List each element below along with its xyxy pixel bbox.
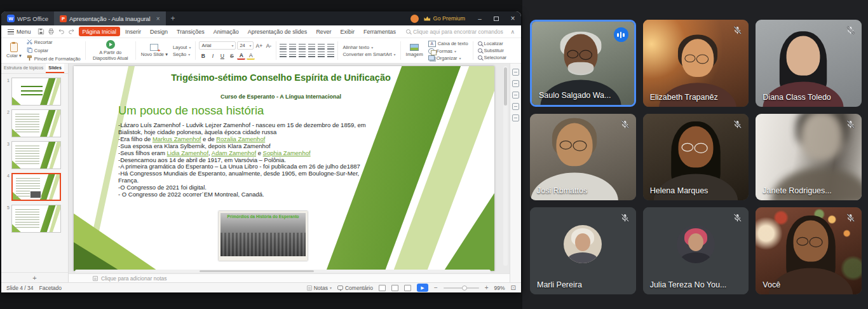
ribbon-tab-apresentação-de-slides[interactable]: Apresentação de slides: [244, 27, 311, 36]
ribbon-tab-página-inicial[interactable]: Página Inicial: [79, 27, 121, 36]
highlight-button[interactable]: A: [247, 52, 255, 60]
distribute-icon[interactable]: [327, 52, 334, 57]
wps-home-tab[interactable]: W WPS Office: [1, 11, 54, 25]
ribbon-tab-inserir[interactable]: Inserir: [121, 27, 145, 36]
shapes-button[interactable]: Formas ▾: [427, 48, 470, 54]
slides-tab[interactable]: Slides: [46, 64, 64, 73]
animation-pane-icon[interactable]: [512, 80, 519, 87]
columns-icon[interactable]: [318, 52, 325, 57]
slide-hyperlink[interactable]: Markus Zamenhof: [153, 135, 201, 142]
new-slide-button[interactable]: Novo Slide ▾: [139, 43, 170, 58]
participant-tile[interactable]: Você: [756, 207, 862, 294]
numbered-list-icon[interactable]: [289, 44, 296, 50]
go-premium-button[interactable]: Go Premium: [424, 15, 465, 22]
participant-tile[interactable]: Diana Class Toledo: [756, 20, 862, 107]
format-painter-button[interactable]: Pincel de Formatação: [25, 55, 82, 62]
reading-view-icon[interactable]: [404, 285, 411, 291]
design-pane-icon[interactable]: [512, 103, 519, 110]
participant-tile[interactable]: Marli Pereira: [530, 207, 636, 294]
participant-tile[interactable]: Saulo Salgado Wa...: [530, 20, 636, 107]
ribbon-tab-ferramentas[interactable]: Ferramentas: [360, 27, 400, 36]
slide-thumbnail[interactable]: 5: [1, 203, 68, 235]
outdent-icon[interactable]: [299, 44, 306, 50]
font-color-button[interactable]: A: [237, 52, 245, 60]
participant-tile[interactable]: Helena Marques: [643, 114, 749, 201]
justify-icon[interactable]: [308, 52, 315, 57]
text-box-button[interactable]: ACaixa de texto: [427, 41, 470, 47]
slide-sorter-view-icon[interactable]: [391, 285, 398, 291]
participant-tile[interactable]: Josi Rbmattos: [530, 114, 636, 201]
copy-button[interactable]: Copiar: [25, 47, 82, 54]
participant-tile[interactable]: Julia Tereza No You...: [643, 207, 749, 294]
transition-pane-icon[interactable]: [512, 92, 519, 99]
help-pane-icon[interactable]: [512, 114, 519, 121]
redo-icon[interactable]: [68, 28, 75, 35]
save-icon[interactable]: [37, 28, 44, 35]
align-center-icon[interactable]: [289, 52, 296, 57]
text-direction-icon[interactable]: [327, 44, 334, 50]
strikethrough-button[interactable]: S: [227, 52, 236, 60]
account-avatar[interactable]: [410, 15, 419, 23]
indent-icon[interactable]: [308, 44, 315, 50]
italic-button[interactable]: I: [208, 52, 217, 60]
slide-thumbnail[interactable]: 1: [1, 76, 68, 107]
participant-tile[interactable]: Elizabeth Trapanêz: [643, 20, 749, 107]
notes-bar[interactable]: Clique para adicionar notas: [69, 273, 510, 282]
zoom-slider-thumb[interactable]: [462, 285, 467, 291]
document-tab-close-icon[interactable]: ×: [156, 15, 160, 22]
select-button[interactable]: Selecionar: [477, 55, 508, 60]
layout-button[interactable]: Layout ▾: [172, 45, 193, 50]
maximize-button[interactable]: [488, 11, 505, 25]
ribbon-tab-rever[interactable]: Rever: [312, 27, 335, 36]
slide-hyperlink[interactable]: Sophia Zamenhof: [263, 149, 311, 156]
normal-view-icon[interactable]: [379, 285, 386, 291]
scrollbar-thumb[interactable]: [200, 270, 314, 272]
section-button[interactable]: Seção ▾: [172, 52, 193, 57]
ribbon-tab-animação[interactable]: Animação: [210, 27, 243, 36]
paste-button[interactable]: Colar ▾: [4, 42, 24, 60]
find-button[interactable]: Localizar: [477, 41, 508, 46]
command-search[interactable]: Clique aqui para encontrar comandos: [406, 29, 503, 35]
ribbon-tab-transições[interactable]: Transições: [173, 27, 208, 36]
cut-button[interactable]: Recortar: [25, 39, 82, 46]
decrease-font-button[interactable]: A-: [264, 41, 273, 50]
slide-hyperlink[interactable]: Lidia Zamenhof: [167, 149, 208, 156]
font-size-select[interactable]: 24▾: [237, 41, 254, 50]
play-from-current-slide-button[interactable]: A Partir do Diapositivo Atual: [89, 39, 132, 62]
slide-thumbnail[interactable]: 3: [1, 139, 68, 171]
align-text-button[interactable]: Alinhar texto ▾: [341, 45, 397, 50]
slideshow-play-button[interactable]: ▶: [417, 284, 428, 292]
increase-font-button[interactable]: A+: [255, 41, 263, 50]
close-button[interactable]: ×: [505, 11, 521, 25]
fit-screen-icon[interactable]: ⊡: [511, 284, 516, 291]
notes-toggle[interactable]: Notas ▾: [307, 285, 332, 291]
comment-toggle[interactable]: Comentário: [337, 285, 373, 291]
slide-hyperlink[interactable]: Adam Zamenhof: [212, 149, 256, 156]
print-icon[interactable]: [48, 28, 55, 35]
insert-image-button[interactable]: Imagem: [404, 43, 425, 58]
line-spacing-icon[interactable]: [318, 44, 325, 50]
scrollbar-thumb[interactable]: [504, 67, 507, 106]
ribbon-tab-design[interactable]: Design: [146, 27, 172, 36]
new-tab-button[interactable]: +: [166, 14, 180, 23]
minimize-button[interactable]: –: [471, 11, 488, 25]
vertical-scrollbar[interactable]: [503, 66, 508, 266]
add-slide-button[interactable]: +: [1, 272, 68, 282]
font-name-select[interactable]: Arial▾: [199, 41, 236, 50]
outline-tab[interactable]: Estrutura de tópicos: [1, 64, 46, 73]
replace-button[interactable]: Substituir: [477, 48, 508, 53]
convert-smartart-button[interactable]: Converter em SmartArt ▾: [341, 52, 397, 57]
slide-thumbnail[interactable]: 2: [1, 107, 68, 139]
zoom-out-button[interactable]: −: [434, 284, 438, 291]
horizontal-scrollbar[interactable]: [75, 270, 491, 273]
slide-thumbnail[interactable]: 4: [1, 171, 68, 203]
participant-tile[interactable]: Janete Rodrigues...: [756, 114, 862, 201]
align-right-icon[interactable]: [299, 52, 306, 57]
bullet-list-icon[interactable]: [280, 44, 287, 50]
undo-icon[interactable]: [58, 28, 65, 35]
zoom-slider[interactable]: [444, 287, 479, 289]
bold-button[interactable]: B: [199, 52, 207, 60]
align-left-icon[interactable]: [280, 52, 287, 57]
ribbon-tab-exibir[interactable]: Exibir: [336, 27, 358, 36]
zoom-in-button[interactable]: +: [485, 284, 489, 291]
